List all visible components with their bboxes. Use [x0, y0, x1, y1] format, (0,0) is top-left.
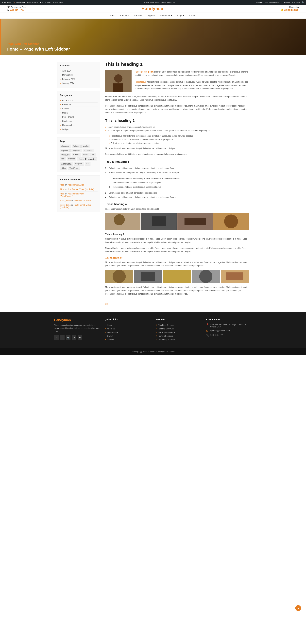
admin-my-sites[interactable]: ⊞ My Sites	[2, 1, 10, 4]
comment-item: Alice on Post Format: Video (YouTube)	[60, 187, 97, 192]
facebook-icon[interactable]: f	[54, 336, 59, 340]
admin-customize[interactable]: ✏ Customize	[27, 1, 38, 4]
list-item: Pellentesque habitant morbi tristique se…	[108, 142, 249, 145]
svg-point-18	[199, 270, 212, 283]
tag-articles[interactable]: Articles	[72, 144, 80, 148]
tag-lists[interactable]: lists	[60, 157, 66, 161]
nav-contact[interactable]: Contact	[189, 14, 197, 17]
appointment-info: Request an 🔔 Appointment	[281, 6, 300, 11]
list-item: ✕Home Maintenance	[155, 330, 201, 334]
emergency-info: 24/7 Emergency Care 📞 123-456-7777	[6, 6, 26, 11]
list-item[interactable]: ✕Bootstrap	[60, 102, 97, 107]
list-item[interactable]: ✕January 2024	[60, 81, 97, 85]
list-item: 3Pellentesque habitant morbi tristique s…	[109, 185, 249, 189]
list-item[interactable]: ✕Media	[60, 111, 97, 115]
list-item[interactable]: ✕Shortcodes	[60, 119, 97, 123]
list-item[interactable]: ✕Uncategorized	[60, 123, 97, 128]
paragraph-9: Morbi maximus sit amet purus sed feugiat…	[105, 286, 249, 296]
instagram-icon[interactable]: 📷	[66, 336, 70, 340]
admin-user[interactable]: Howdy, luzuk_demo	[284, 1, 301, 3]
footer-email: ✉ myemail@domain.com	[206, 330, 252, 332]
list-item: ✕Roofing Services	[155, 334, 201, 338]
site-logo[interactable]: Handyman	[141, 6, 165, 11]
nav-services[interactable]: Services	[134, 14, 142, 17]
tag-categories[interactable]: categories	[70, 149, 82, 152]
tag-link[interactable]: link	[90, 153, 96, 156]
tag-excerpt[interactable]: excerpt	[72, 153, 81, 156]
tag-video[interactable]: video	[60, 166, 67, 170]
paragraph-8: Morbi maximus sit amet purus sed feugiat…	[105, 261, 249, 268]
tag-post-formats[interactable]: Post Formats	[77, 157, 97, 161]
categories-widget: Categories ✕Block Editor ✕Bootstrap ✕Cla…	[57, 91, 100, 134]
nested-ordered-list: 1Pellentesque habitant morbi tristique s…	[109, 176, 249, 189]
footer-phone: 📞 123-456-7777	[206, 334, 252, 336]
svg-rect-2	[113, 84, 123, 92]
list-item[interactable]: ✕February 2024	[60, 77, 97, 81]
gallery-image-3	[177, 213, 213, 230]
nav-home[interactable]: Home	[109, 14, 115, 17]
gallery-image-4	[213, 213, 249, 230]
tag-pictures[interactable]: Pictures	[67, 157, 76, 161]
intro-text: Fusce Lorem ipsum dolor sit amet, consec…	[135, 70, 249, 92]
tag-title[interactable]: title	[85, 162, 90, 166]
location-icon: 📍	[206, 323, 209, 328]
list-item[interactable]: ✕Widgets	[60, 128, 97, 131]
ordered-list-1: 1Pellentesque habitant morbi tristique s…	[105, 166, 249, 175]
footer-logo: Handyman	[54, 318, 100, 322]
hero-section: Page With Left Sidebar Home – Page With …	[0, 19, 306, 55]
list-item[interactable]: ✕Post Formats	[60, 115, 97, 119]
heading-5: This is heading 5	[105, 233, 249, 236]
list-item: ✕Gardening Services	[155, 338, 201, 342]
paragraph-3: Morbi maximus sit amet purus sed feugiat…	[105, 147, 249, 150]
nav-blogs[interactable]: Blogs ▾	[177, 14, 184, 17]
nav-about[interactable]: About us	[120, 14, 129, 17]
svg-point-4	[114, 214, 125, 225]
comment-item: Alice on Post Format: Video (WordPress.t…	[60, 192, 97, 198]
pinterest-icon[interactable]: p	[72, 336, 76, 340]
tag-layout[interactable]: layout	[82, 153, 89, 156]
footer-bottom: Copyright @ 2024 Handyman All Rights Res…	[0, 348, 306, 355]
tag-audio[interactable]: audio	[81, 144, 90, 148]
linkedin-icon[interactable]: in	[78, 336, 82, 340]
comment-item: luzuk_demo on Post Format: Aside	[60, 198, 97, 203]
paragraph-2: Pellentesque habitant morbi tristique se…	[105, 104, 249, 114]
list-item[interactable]: ✕Classic	[60, 107, 97, 111]
tag-alignment[interactable]: alignment	[60, 144, 71, 148]
twitter-icon[interactable]: t	[60, 336, 64, 340]
admin-new[interactable]: + New	[45, 1, 50, 3]
list-item: ✕Testimonials	[105, 330, 151, 334]
list-item[interactable]: ✕Block Editor	[60, 98, 97, 102]
tag-wordpress[interactable]: WordPress	[68, 166, 80, 170]
list-item[interactable]: ✕April 2024	[60, 69, 97, 73]
footer-brand-text: Phasellus condimentum, quam sed euismod …	[54, 324, 100, 333]
list-item[interactable]: ✕March 2024	[60, 73, 97, 77]
tag-shortcode[interactable]: shortcode	[60, 162, 73, 166]
appointment-link[interactable]: 🔔 Appointment	[281, 8, 300, 11]
svg-rect-6	[152, 216, 166, 226]
tag-comments[interactable]: comments	[83, 149, 94, 152]
nav-shortcodes[interactable]: Shortcodes ▾	[160, 14, 172, 17]
search-icon[interactable]: 🔍	[302, 1, 304, 4]
hero-title: Home – Page With Left Sidebar	[6, 46, 70, 52]
admin-edit-page[interactable]: ✏ Edit Page	[53, 1, 63, 4]
footer-services: Services ✕Plumbing Services ✕Painting & …	[155, 318, 201, 342]
tag-embeds[interactable]: embeds	[60, 153, 71, 156]
paragraph-6: Nunc vel ligula in augue tristique pelle…	[105, 237, 249, 244]
svg-point-1	[114, 74, 122, 82]
admin-count[interactable]: ● 5	[40, 1, 43, 3]
tag-template[interactable]: template	[74, 162, 84, 166]
tag-cloud: alignment Articles audio captions catego…	[60, 144, 97, 170]
archives-list: ✕April 2024 ✕March 2024 ✕February 2024 ✕…	[60, 69, 97, 85]
quick-links-list: ✕Home ✕About us ✕Testimonials ✕Gallery ✕…	[105, 323, 151, 342]
sidebar: Archives ✕April 2024 ✕March 2024 ✕Februa…	[57, 62, 100, 305]
admin-handyman[interactable]: 🔨 Handyman	[13, 1, 24, 4]
tag-captions[interactable]: captions	[60, 149, 70, 152]
emergency-label: 24/7 Emergency Care	[6, 6, 26, 8]
edit-link[interactable]: Edit	[105, 303, 108, 305]
phone-number[interactable]: 📞 123-456-7777	[6, 8, 26, 11]
gallery-2	[105, 270, 249, 283]
comment-item: Alice on Post Format: Aside	[60, 183, 97, 187]
nav-pages[interactable]: Pages ▾	[147, 14, 154, 17]
admin-email: ✉ Email : myemail@domain.com	[256, 1, 283, 4]
gallery-image-5	[105, 270, 133, 283]
